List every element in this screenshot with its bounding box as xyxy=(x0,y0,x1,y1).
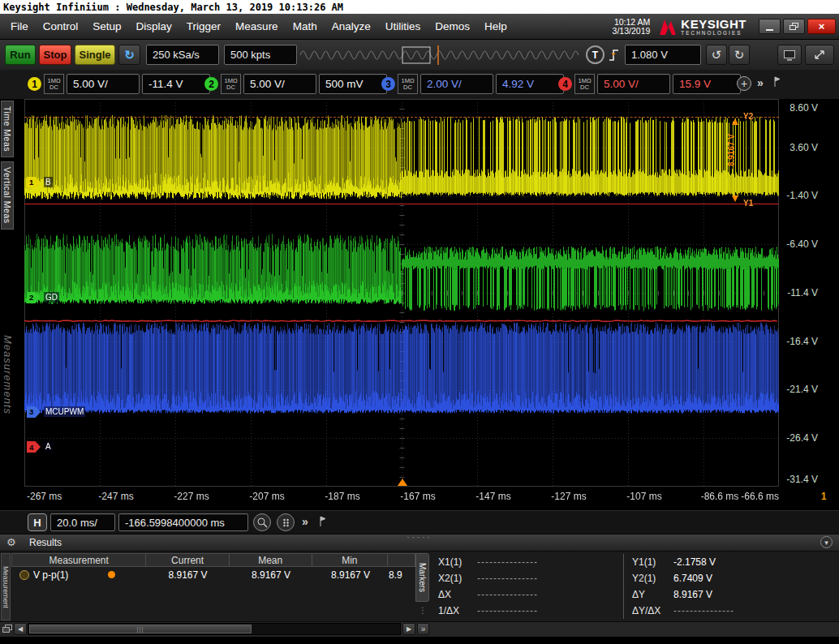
marker-y2-line[interactable] xyxy=(24,117,779,118)
scrollbar-track[interactable]: ||| xyxy=(28,623,401,635)
menu-item-file[interactable]: File xyxy=(3,20,36,32)
scrollbar-thumb[interactable]: ||| xyxy=(29,625,252,633)
minimize-button[interactable] xyxy=(759,19,781,34)
y-axis: 8.60 V 3.60 V -1.40 V -6.40 V -11.4 V -1… xyxy=(781,99,837,487)
y-axis-label: -1.40 V xyxy=(786,190,818,201)
channel-3-coupling-badge[interactable]: 1MΩ DC xyxy=(398,74,418,94)
drag-handle-icon[interactable]: ····· xyxy=(407,533,432,542)
col-current[interactable]: Current xyxy=(146,554,230,566)
table-row[interactable]: V p-p(1) 8.9167 V 8.9167 V 8.9167 V 8.9 xyxy=(11,568,415,582)
x1-label: X1(1) xyxy=(430,556,477,568)
x-axis-label: -147 ms xyxy=(475,491,510,502)
move-zoom-mode-button[interactable] xyxy=(805,45,834,65)
menu-item-trigger[interactable]: Trigger xyxy=(179,20,228,32)
menu-item-math[interactable]: Math xyxy=(286,20,325,32)
scroll-left-button[interactable]: ◀ xyxy=(14,623,27,635)
trigger-position-marker[interactable] xyxy=(398,479,407,486)
pin-icon[interactable] xyxy=(319,516,327,527)
channel-1-scale-box[interactable]: 5.00 V/ xyxy=(67,74,140,94)
channel-1-coupling-badge[interactable]: 1MΩ DC xyxy=(44,74,64,94)
col-min[interactable]: Min xyxy=(312,554,389,566)
run-button[interactable]: Run xyxy=(5,45,36,65)
single-button[interactable]: Single xyxy=(75,45,115,65)
pin-icon[interactable] xyxy=(773,76,781,88)
col-measurement[interactable]: Measurement xyxy=(12,554,146,566)
menu-item-measure[interactable]: Measure xyxy=(228,20,286,32)
stop-button[interactable]: Stop xyxy=(39,45,71,65)
channel-4-offset-box[interactable]: 15.9 V xyxy=(673,74,741,94)
channel-2-enable-button[interactable]: 2 xyxy=(204,77,218,91)
marker-y1-label: Y1 xyxy=(743,199,753,208)
y-axis-label: -26.4 V xyxy=(786,432,818,444)
channel-2-offset-box[interactable]: 500 mV xyxy=(319,74,387,94)
markers-tab-handle-icon[interactable]: ⋮ xyxy=(419,606,427,615)
expand-scroll-button[interactable]: » xyxy=(417,623,429,635)
bottom-scrollbar: ◀ ||| ▶ » xyxy=(0,621,839,637)
touch-toggle-button[interactable] xyxy=(777,45,802,65)
results-header[interactable]: ⚙ Results ····· ▾ xyxy=(0,535,839,552)
menu-item-demos[interactable]: Demos xyxy=(428,20,477,32)
col-mean[interactable]: Mean xyxy=(230,554,312,566)
marker-y1-line[interactable] xyxy=(24,204,779,204)
keysight-spark-icon xyxy=(658,17,678,36)
close-button[interactable]: × xyxy=(807,19,836,34)
menu-item-control[interactable]: Control xyxy=(36,20,86,32)
clear-display-button[interactable]: ↻ xyxy=(118,45,140,65)
menu-item-setup[interactable]: Setup xyxy=(85,20,128,32)
menu-item-help[interactable]: Help xyxy=(477,20,514,32)
tab-vertical-meas[interactable]: Vertical Meas xyxy=(1,161,14,230)
channel-4-coupling-badge[interactable]: 1MΩ DC xyxy=(574,74,595,94)
window-title: Keysight Infiniium : Wednesday, March 13… xyxy=(3,2,343,13)
channel-3-enable-button[interactable]: 3 xyxy=(381,77,395,91)
trigger-level-box[interactable]: 1.080 V xyxy=(625,45,701,65)
channel-3-scale-box[interactable]: 2.00 V/ xyxy=(420,74,493,94)
acquisition-preview[interactable] xyxy=(300,45,580,66)
trigger-source-button[interactable]: T xyxy=(586,45,605,64)
menu-item-analyze[interactable]: Analyze xyxy=(325,20,378,32)
coupling-label: DC xyxy=(226,84,235,91)
timebase-scale-box[interactable]: 20.0 ms/ xyxy=(50,513,115,531)
menu-item-display[interactable]: Display xyxy=(129,20,179,32)
collapse-results-button[interactable]: ▾ xyxy=(820,536,833,548)
zoom-window-box[interactable] xyxy=(402,47,430,63)
trigger-edge-icon[interactable] xyxy=(608,46,622,63)
sample-rate-box[interactable]: 250 kSa/s xyxy=(146,45,219,65)
more-channels-icon[interactable]: » xyxy=(757,76,764,89)
tab-time-meas[interactable]: Time Meas xyxy=(1,101,14,157)
gear-icon[interactable]: ⚙ xyxy=(6,536,16,548)
results-title: Results xyxy=(29,537,62,548)
redo-button[interactable]: ↻ xyxy=(729,45,750,65)
zoom-button[interactable] xyxy=(253,513,271,531)
channel-1-offset-box[interactable]: -11.4 V xyxy=(142,74,210,94)
horizontal-button[interactable]: H xyxy=(28,513,47,531)
knob-dots-icon xyxy=(281,517,291,528)
waveform-display[interactable]: Y2 Y1 8.9167 V 1 2 3 4 B GD MCUPWM A xyxy=(24,99,779,487)
y-axis-label: -11.4 V xyxy=(787,287,818,298)
tab-measurement[interactable]: Measurement xyxy=(1,553,11,620)
scroll-right-button[interactable]: ▶ xyxy=(402,623,415,635)
undo-button[interactable]: ↺ xyxy=(706,45,727,65)
channel-2-coupling-badge[interactable]: 1MΩ DC xyxy=(221,74,241,94)
channel-2-scale-box[interactable]: 5.00 V/ xyxy=(243,74,316,94)
x-axis-label: -167 ms xyxy=(400,491,435,502)
y-axis-label: 3.60 V xyxy=(790,142,818,153)
x-axis-label: -127 ms xyxy=(551,491,586,502)
add-waveform-button[interactable]: + xyxy=(737,76,751,91)
channel-4-scale-box[interactable]: 5.00 V/ xyxy=(597,74,670,94)
panel-icon[interactable] xyxy=(2,625,12,633)
channel-3-offset-box[interactable]: 4.92 V xyxy=(496,74,564,94)
channel-1-enable-button[interactable]: 1 xyxy=(28,77,41,91)
tab-markers[interactable]: Markers xyxy=(415,553,429,602)
brand-sub: TECHNOLOGIES xyxy=(681,30,746,36)
timebase-position-box[interactable]: -166.5998400000 ms xyxy=(118,513,248,531)
memory-depth-box[interactable]: 500 kpts xyxy=(224,45,297,65)
more-horizontal-icon[interactable]: » xyxy=(302,515,308,528)
min-value: 8.9167 V xyxy=(312,568,389,582)
horizontal-knob-button[interactable] xyxy=(277,513,295,531)
channel-4-enable-button[interactable]: 4 xyxy=(558,77,572,91)
waveform-canvas[interactable] xyxy=(24,99,779,487)
y-axis-label: -31.4 V xyxy=(786,474,818,485)
menu-bar: File Control Setup Display Trigger Measu… xyxy=(0,14,839,40)
menu-item-utilities[interactable]: Utilities xyxy=(378,20,428,32)
restore-button[interactable] xyxy=(783,19,805,34)
